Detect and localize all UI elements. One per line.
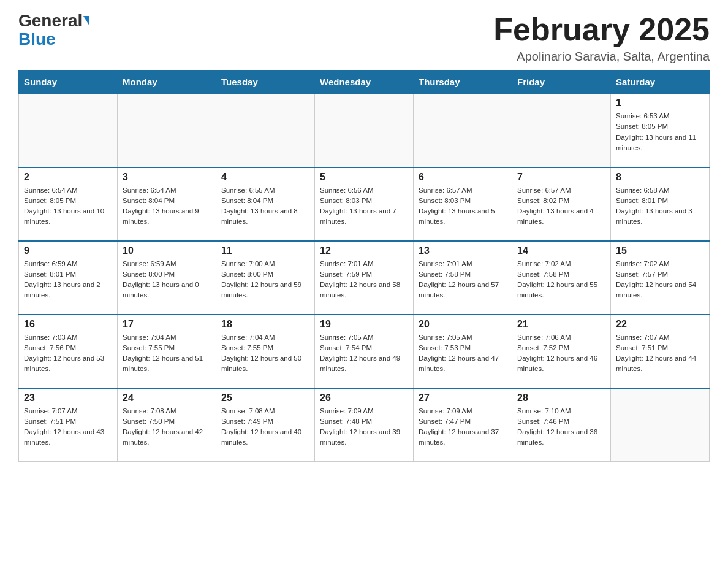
calendar-cell: 21Sunrise: 7:06 AMSunset: 7:52 PMDayligh… — [512, 315, 611, 388]
day-number: 2 — [24, 172, 112, 183]
calendar-cell: 9Sunrise: 6:59 AMSunset: 8:01 PMDaylight… — [19, 241, 118, 315]
header-tuesday: Tuesday — [216, 71, 315, 94]
calendar-cell: 25Sunrise: 7:08 AMSunset: 7:49 PMDayligh… — [216, 388, 315, 462]
day-info: Sunrise: 6:54 AMSunset: 8:05 PMDaylight:… — [24, 185, 112, 228]
location-title: Apolinario Saravia, Salta, Argentina — [493, 50, 710, 64]
calendar-cell: 8Sunrise: 6:58 AMSunset: 8:01 PMDaylight… — [611, 167, 710, 241]
calendar-cell: 22Sunrise: 7:07 AMSunset: 7:51 PMDayligh… — [611, 315, 710, 388]
day-info: Sunrise: 6:57 AMSunset: 8:02 PMDaylight:… — [517, 185, 605, 228]
calendar-cell: 26Sunrise: 7:09 AMSunset: 7:48 PMDayligh… — [315, 388, 414, 462]
day-number: 5 — [320, 172, 408, 183]
day-info: Sunrise: 7:03 AMSunset: 7:56 PMDaylight:… — [24, 332, 112, 375]
calendar-cell — [216, 94, 315, 167]
day-info: Sunrise: 7:01 AMSunset: 7:58 PMDaylight:… — [419, 259, 507, 301]
calendar-cell: 10Sunrise: 6:59 AMSunset: 8:00 PMDayligh… — [118, 241, 216, 315]
calendar-week-row: 9Sunrise: 6:59 AMSunset: 8:01 PMDaylight… — [19, 241, 710, 315]
day-info: Sunrise: 7:08 AMSunset: 7:50 PMDaylight:… — [123, 406, 211, 448]
day-info: Sunrise: 6:59 AMSunset: 8:00 PMDaylight:… — [123, 259, 211, 301]
header-friday: Friday — [512, 71, 611, 94]
day-info: Sunrise: 7:07 AMSunset: 7:51 PMDaylight:… — [24, 406, 112, 448]
day-info: Sunrise: 6:54 AMSunset: 8:04 PMDaylight:… — [123, 185, 211, 228]
header-wednesday: Wednesday — [315, 71, 414, 94]
day-number: 4 — [221, 172, 309, 183]
day-info: Sunrise: 7:07 AMSunset: 7:51 PMDaylight:… — [616, 332, 704, 375]
day-number: 7 — [517, 172, 605, 183]
day-number: 9 — [24, 245, 112, 256]
calendar-cell: 7Sunrise: 6:57 AMSunset: 8:02 PMDaylight… — [512, 167, 611, 241]
calendar-cell: 12Sunrise: 7:01 AMSunset: 7:59 PMDayligh… — [315, 241, 414, 315]
header-sunday: Sunday — [19, 71, 118, 94]
day-info: Sunrise: 7:04 AMSunset: 7:55 PMDaylight:… — [123, 332, 211, 375]
day-number: 19 — [320, 319, 408, 330]
calendar-cell: 13Sunrise: 7:01 AMSunset: 7:58 PMDayligh… — [414, 241, 512, 315]
day-number: 13 — [419, 245, 507, 256]
day-info: Sunrise: 7:08 AMSunset: 7:49 PMDaylight:… — [221, 406, 309, 448]
day-info: Sunrise: 6:53 AMSunset: 8:05 PMDaylight:… — [616, 111, 704, 153]
day-number: 22 — [616, 319, 704, 330]
day-number: 23 — [24, 393, 112, 404]
calendar-header-row: Sunday Monday Tuesday Wednesday Thursday… — [19, 71, 710, 94]
calendar-cell: 4Sunrise: 6:55 AMSunset: 8:04 PMDaylight… — [216, 167, 315, 241]
day-info: Sunrise: 6:57 AMSunset: 8:03 PMDaylight:… — [419, 185, 507, 228]
day-number: 26 — [320, 393, 408, 404]
calendar-cell: 3Sunrise: 6:54 AMSunset: 8:04 PMDaylight… — [118, 167, 216, 241]
day-number: 21 — [517, 319, 605, 330]
day-info: Sunrise: 7:06 AMSunset: 7:52 PMDaylight:… — [517, 332, 605, 375]
day-number: 10 — [123, 245, 211, 256]
day-number: 25 — [221, 393, 309, 404]
calendar-cell: 27Sunrise: 7:09 AMSunset: 7:47 PMDayligh… — [414, 388, 512, 462]
calendar-cell: 1Sunrise: 6:53 AMSunset: 8:05 PMDaylight… — [611, 94, 710, 167]
page-header: General Blue February 2025 Apolinario Sa… — [18, 12, 710, 64]
calendar-cell: 24Sunrise: 7:08 AMSunset: 7:50 PMDayligh… — [118, 388, 216, 462]
calendar-week-row: 23Sunrise: 7:07 AMSunset: 7:51 PMDayligh… — [19, 388, 710, 462]
calendar-cell: 2Sunrise: 6:54 AMSunset: 8:05 PMDaylight… — [19, 167, 118, 241]
logo: General Blue — [18, 12, 89, 49]
day-info: Sunrise: 7:09 AMSunset: 7:48 PMDaylight:… — [320, 406, 408, 448]
day-number: 15 — [616, 245, 704, 256]
title-section: February 2025 Apolinario Saravia, Salta,… — [493, 12, 710, 64]
day-number: 12 — [320, 245, 408, 256]
calendar-cell: 17Sunrise: 7:04 AMSunset: 7:55 PMDayligh… — [118, 315, 216, 388]
day-number: 6 — [419, 172, 507, 183]
calendar-cell: 28Sunrise: 7:10 AMSunset: 7:46 PMDayligh… — [512, 388, 611, 462]
day-info: Sunrise: 6:58 AMSunset: 8:01 PMDaylight:… — [616, 185, 704, 228]
day-info: Sunrise: 7:10 AMSunset: 7:46 PMDaylight:… — [517, 406, 605, 448]
calendar-week-row: 2Sunrise: 6:54 AMSunset: 8:05 PMDaylight… — [19, 167, 710, 241]
day-info: Sunrise: 7:00 AMSunset: 8:00 PMDaylight:… — [221, 259, 309, 301]
day-number: 18 — [221, 319, 309, 330]
calendar-body: 1Sunrise: 6:53 AMSunset: 8:05 PMDaylight… — [19, 94, 710, 462]
calendar-cell: 5Sunrise: 6:56 AMSunset: 8:03 PMDaylight… — [315, 167, 414, 241]
day-number: 17 — [123, 319, 211, 330]
calendar-cell: 15Sunrise: 7:02 AMSunset: 7:57 PMDayligh… — [611, 241, 710, 315]
day-info: Sunrise: 7:01 AMSunset: 7:59 PMDaylight:… — [320, 259, 408, 301]
logo-general: General — [18, 12, 82, 29]
calendar-cell: 6Sunrise: 6:57 AMSunset: 8:03 PMDaylight… — [414, 167, 512, 241]
day-info: Sunrise: 6:55 AMSunset: 8:04 PMDaylight:… — [221, 185, 309, 228]
day-info: Sunrise: 7:04 AMSunset: 7:55 PMDaylight:… — [221, 332, 309, 375]
logo-arrow-icon — [83, 16, 89, 26]
calendar-cell: 18Sunrise: 7:04 AMSunset: 7:55 PMDayligh… — [216, 315, 315, 388]
day-number: 27 — [419, 393, 507, 404]
calendar-cell: 11Sunrise: 7:00 AMSunset: 8:00 PMDayligh… — [216, 241, 315, 315]
day-number: 28 — [517, 393, 605, 404]
calendar-cell — [315, 94, 414, 167]
header-monday: Monday — [118, 71, 216, 94]
day-info: Sunrise: 7:05 AMSunset: 7:53 PMDaylight:… — [419, 332, 507, 375]
header-saturday: Saturday — [611, 71, 710, 94]
calendar-cell: 23Sunrise: 7:07 AMSunset: 7:51 PMDayligh… — [19, 388, 118, 462]
day-number: 3 — [123, 172, 211, 183]
day-number: 14 — [517, 245, 605, 256]
day-info: Sunrise: 7:05 AMSunset: 7:54 PMDaylight:… — [320, 332, 408, 375]
day-number: 20 — [419, 319, 507, 330]
calendar-cell — [118, 94, 216, 167]
day-info: Sunrise: 7:02 AMSunset: 7:58 PMDaylight:… — [517, 259, 605, 301]
calendar-table: Sunday Monday Tuesday Wednesday Thursday… — [18, 70, 710, 462]
calendar-cell: 16Sunrise: 7:03 AMSunset: 7:56 PMDayligh… — [19, 315, 118, 388]
day-number: 11 — [221, 245, 309, 256]
calendar-cell: 20Sunrise: 7:05 AMSunset: 7:53 PMDayligh… — [414, 315, 512, 388]
logo-blue: Blue — [18, 29, 56, 49]
calendar-cell: 14Sunrise: 7:02 AMSunset: 7:58 PMDayligh… — [512, 241, 611, 315]
day-info: Sunrise: 7:02 AMSunset: 7:57 PMDaylight:… — [616, 259, 704, 301]
month-title: February 2025 — [493, 12, 710, 47]
calendar-cell — [414, 94, 512, 167]
